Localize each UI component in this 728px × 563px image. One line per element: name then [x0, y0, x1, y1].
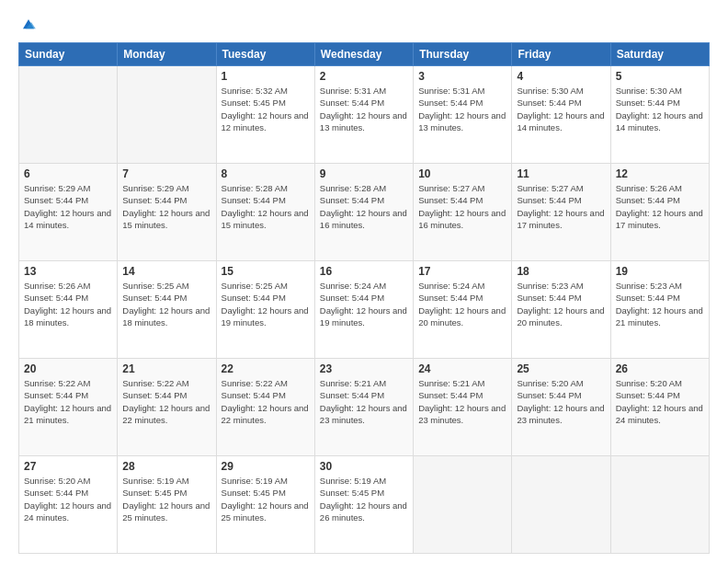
- day-info: Sunrise: 5:31 AM Sunset: 5:44 PM Dayligh…: [320, 85, 408, 133]
- calendar-cell: 14Sunrise: 5:25 AM Sunset: 5:44 PM Dayli…: [118, 261, 216, 359]
- day-info: Sunrise: 5:24 AM Sunset: 5:44 PM Dayligh…: [418, 280, 506, 328]
- day-info: Sunrise: 5:26 AM Sunset: 5:44 PM Dayligh…: [24, 280, 112, 328]
- day-number: 9: [320, 167, 408, 180]
- day-info: Sunrise: 5:28 AM Sunset: 5:44 PM Dayligh…: [320, 182, 408, 231]
- calendar-cell: 19Sunrise: 5:23 AM Sunset: 5:44 PM Dayli…: [610, 261, 709, 359]
- day-header-thursday: Thursday: [414, 43, 512, 66]
- day-number: 24: [418, 362, 506, 375]
- calendar-cell: 25Sunrise: 5:20 AM Sunset: 5:44 PM Dayli…: [512, 359, 610, 456]
- day-info: Sunrise: 5:24 AM Sunset: 5:44 PM Dayligh…: [320, 280, 408, 328]
- day-header-tuesday: Tuesday: [216, 43, 314, 66]
- calendar-header-row: SundayMondayTuesdayWednesdayThursdayFrid…: [19, 43, 710, 66]
- day-info: Sunrise: 5:27 AM Sunset: 5:44 PM Dayligh…: [418, 182, 506, 231]
- day-number: 21: [122, 362, 210, 375]
- calendar-cell: 11Sunrise: 5:27 AM Sunset: 5:44 PM Dayli…: [512, 164, 610, 261]
- day-number: 11: [517, 167, 605, 180]
- day-info: Sunrise: 5:30 AM Sunset: 5:44 PM Dayligh…: [517, 85, 605, 133]
- calendar-cell: 29Sunrise: 5:19 AM Sunset: 5:45 PM Dayli…: [216, 456, 314, 554]
- day-info: Sunrise: 5:21 AM Sunset: 5:44 PM Dayligh…: [418, 377, 506, 426]
- day-number: 26: [616, 362, 704, 375]
- day-info: Sunrise: 5:22 AM Sunset: 5:44 PM Dayligh…: [222, 377, 310, 426]
- day-info: Sunrise: 5:29 AM Sunset: 5:44 PM Dayligh…: [122, 182, 210, 231]
- calendar-cell: 24Sunrise: 5:21 AM Sunset: 5:44 PM Dayli…: [414, 359, 512, 456]
- calendar-week-row: 13Sunrise: 5:26 AM Sunset: 5:44 PM Dayli…: [19, 261, 710, 359]
- day-header-saturday: Saturday: [610, 43, 709, 66]
- day-number: 17: [418, 265, 506, 278]
- day-info: Sunrise: 5:19 AM Sunset: 5:45 PM Dayligh…: [320, 475, 408, 523]
- day-info: Sunrise: 5:23 AM Sunset: 5:44 PM Dayligh…: [616, 280, 704, 328]
- calendar-cell: 30Sunrise: 5:19 AM Sunset: 5:45 PM Dayli…: [314, 456, 413, 554]
- day-number: 22: [222, 362, 310, 375]
- calendar-cell: 12Sunrise: 5:26 AM Sunset: 5:44 PM Dayli…: [610, 164, 709, 261]
- day-number: 18: [517, 265, 605, 278]
- day-info: Sunrise: 5:19 AM Sunset: 5:45 PM Dayligh…: [122, 475, 210, 523]
- calendar-cell: 17Sunrise: 5:24 AM Sunset: 5:44 PM Dayli…: [414, 261, 512, 359]
- day-number: 8: [222, 167, 310, 180]
- day-number: 23: [320, 362, 408, 375]
- day-number: 6: [24, 167, 112, 180]
- calendar-cell: 28Sunrise: 5:19 AM Sunset: 5:45 PM Dayli…: [118, 456, 216, 554]
- calendar-cell: 21Sunrise: 5:22 AM Sunset: 5:44 PM Dayli…: [118, 359, 216, 456]
- day-number: 12: [616, 167, 704, 180]
- calendar-cell: 9Sunrise: 5:28 AM Sunset: 5:44 PM Daylig…: [314, 164, 413, 261]
- calendar-week-row: 1Sunrise: 5:32 AM Sunset: 5:45 PM Daylig…: [19, 66, 710, 164]
- calendar-cell: 13Sunrise: 5:26 AM Sunset: 5:44 PM Dayli…: [19, 261, 118, 359]
- day-number: 15: [222, 265, 310, 278]
- day-info: Sunrise: 5:32 AM Sunset: 5:45 PM Dayligh…: [222, 85, 310, 133]
- calendar-cell: 16Sunrise: 5:24 AM Sunset: 5:44 PM Dayli…: [314, 261, 413, 359]
- calendar-cell: 8Sunrise: 5:28 AM Sunset: 5:44 PM Daylig…: [216, 164, 314, 261]
- day-number: 10: [418, 167, 506, 180]
- calendar-week-row: 20Sunrise: 5:22 AM Sunset: 5:44 PM Dayli…: [19, 359, 710, 456]
- page: SundayMondayTuesdayWednesdayThursdayFrid…: [0, 0, 728, 563]
- day-info: Sunrise: 5:25 AM Sunset: 5:44 PM Dayligh…: [122, 280, 210, 328]
- day-header-friday: Friday: [512, 43, 610, 66]
- day-number: 20: [24, 362, 112, 375]
- calendar-cell: [414, 456, 512, 554]
- day-number: 5: [616, 70, 704, 83]
- logo: [18, 17, 40, 33]
- day-info: Sunrise: 5:20 AM Sunset: 5:44 PM Dayligh…: [616, 377, 704, 426]
- calendar-cell: 27Sunrise: 5:20 AM Sunset: 5:44 PM Dayli…: [19, 456, 118, 554]
- calendar-cell: 22Sunrise: 5:22 AM Sunset: 5:44 PM Dayli…: [216, 359, 314, 456]
- calendar-week-row: 27Sunrise: 5:20 AM Sunset: 5:44 PM Dayli…: [19, 456, 710, 554]
- day-info: Sunrise: 5:26 AM Sunset: 5:44 PM Dayligh…: [616, 182, 704, 231]
- day-header-monday: Monday: [118, 43, 216, 66]
- calendar-cell: 2Sunrise: 5:31 AM Sunset: 5:44 PM Daylig…: [314, 66, 413, 164]
- calendar-cell: [118, 66, 216, 164]
- day-info: Sunrise: 5:28 AM Sunset: 5:44 PM Dayligh…: [222, 182, 310, 231]
- calendar-cell: 15Sunrise: 5:25 AM Sunset: 5:44 PM Dayli…: [216, 261, 314, 359]
- calendar-cell: [19, 66, 118, 164]
- day-number: 14: [122, 265, 210, 278]
- day-number: 16: [320, 265, 408, 278]
- day-info: Sunrise: 5:20 AM Sunset: 5:44 PM Dayligh…: [517, 377, 605, 426]
- day-header-sunday: Sunday: [19, 43, 118, 66]
- day-info: Sunrise: 5:22 AM Sunset: 5:44 PM Dayligh…: [24, 377, 112, 426]
- day-number: 7: [122, 167, 210, 180]
- header: [18, 17, 710, 33]
- day-info: Sunrise: 5:20 AM Sunset: 5:44 PM Dayligh…: [24, 475, 112, 523]
- day-number: 25: [517, 362, 605, 375]
- calendar-cell: [610, 456, 709, 554]
- day-number: 2: [320, 70, 408, 83]
- day-info: Sunrise: 5:31 AM Sunset: 5:44 PM Dayligh…: [418, 85, 506, 133]
- day-number: 28: [122, 460, 210, 473]
- day-info: Sunrise: 5:25 AM Sunset: 5:44 PM Dayligh…: [222, 280, 310, 328]
- day-info: Sunrise: 5:23 AM Sunset: 5:44 PM Dayligh…: [517, 280, 605, 328]
- calendar-cell: 4Sunrise: 5:30 AM Sunset: 5:44 PM Daylig…: [512, 66, 610, 164]
- day-info: Sunrise: 5:29 AM Sunset: 5:44 PM Dayligh…: [24, 182, 112, 231]
- day-number: 3: [418, 70, 506, 83]
- day-number: 29: [222, 460, 310, 473]
- calendar-cell: 6Sunrise: 5:29 AM Sunset: 5:44 PM Daylig…: [19, 164, 118, 261]
- calendar-cell: 5Sunrise: 5:30 AM Sunset: 5:44 PM Daylig…: [610, 66, 709, 164]
- day-info: Sunrise: 5:30 AM Sunset: 5:44 PM Dayligh…: [616, 85, 704, 133]
- calendar-cell: 26Sunrise: 5:20 AM Sunset: 5:44 PM Dayli…: [610, 359, 709, 456]
- day-info: Sunrise: 5:22 AM Sunset: 5:44 PM Dayligh…: [122, 377, 210, 426]
- logo-icon: [20, 17, 37, 33]
- calendar-week-row: 6Sunrise: 5:29 AM Sunset: 5:44 PM Daylig…: [19, 164, 710, 261]
- day-info: Sunrise: 5:19 AM Sunset: 5:45 PM Dayligh…: [222, 475, 310, 523]
- day-number: 13: [24, 265, 112, 278]
- calendar-cell: 3Sunrise: 5:31 AM Sunset: 5:44 PM Daylig…: [414, 66, 512, 164]
- day-info: Sunrise: 5:27 AM Sunset: 5:44 PM Dayligh…: [517, 182, 605, 231]
- calendar: SundayMondayTuesdayWednesdayThursdayFrid…: [18, 42, 710, 554]
- calendar-cell: 7Sunrise: 5:29 AM Sunset: 5:44 PM Daylig…: [118, 164, 216, 261]
